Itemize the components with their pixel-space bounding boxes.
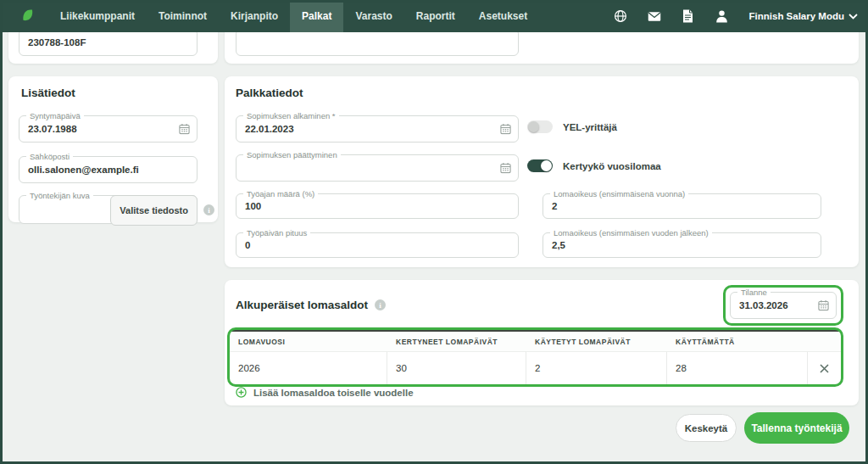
account-switcher[interactable]: Finnish Salary Modu bbox=[749, 11, 858, 21]
col-header-kaytetyt: KÄYTETYT LOMAPÄIVÄT bbox=[526, 338, 667, 346]
nav-item-varasto[interactable]: Varasto bbox=[343, 0, 403, 32]
cell-lomavuosi[interactable]: 2026 bbox=[230, 352, 387, 384]
table-row: 2026 30 2 28 bbox=[230, 351, 841, 385]
mail-icon[interactable] bbox=[648, 9, 661, 23]
calendar-icon[interactable] bbox=[179, 124, 190, 135]
birth-date-label: Syntymäpäivä bbox=[26, 110, 84, 121]
toggle-knob bbox=[541, 160, 552, 171]
holiday-after-first-label: Lomaoikeus (ensimmäisen vuoden jälkeen) bbox=[550, 227, 712, 238]
additional-info-title: Lisätiedot bbox=[21, 87, 75, 99]
contract-end-input[interactable]: Sopimuksen päättyminen bbox=[236, 154, 519, 182]
main-menu: Liikekumppanit Toiminnot Kirjanpito Palk… bbox=[48, 0, 539, 32]
holiday-after-first-input[interactable]: Lomaoikeus (ensimmäisen vuoden jälkeen) … bbox=[542, 232, 821, 258]
close-icon bbox=[820, 364, 829, 373]
vacation-accrual-toggle[interactable] bbox=[527, 159, 553, 172]
holiday-after-first-value: 2,5 bbox=[552, 240, 565, 250]
vacation-balances-title: Alkuperäiset lomasaldot bbox=[236, 299, 368, 311]
choose-file-button[interactable]: Valitse tiedosto bbox=[110, 195, 198, 226]
contract-start-value: 22.01.2023 bbox=[245, 124, 294, 134]
top-navbar: Liikekumppanit Toiminnot Kirjanpito Palk… bbox=[0, 0, 868, 32]
yel-toggle[interactable] bbox=[527, 120, 553, 133]
nav-item-liikekumppanit[interactable]: Liikekumppanit bbox=[48, 0, 147, 32]
vacation-accrual-toggle-label: Kertyykö vuosilomaa bbox=[563, 161, 661, 171]
user-icon[interactable] bbox=[715, 9, 729, 23]
vacation-balances-card: Alkuperäiset lomasaldot i Tilanne 31.03.… bbox=[225, 280, 859, 405]
navbar-right: Finnish Salary Modu bbox=[614, 9, 858, 23]
contract-end-label: Sopimuksen päättyminen bbox=[243, 149, 341, 160]
salary-details-card: Palkkatiedot Sopimuksen alkaminen * 22.0… bbox=[225, 76, 859, 267]
cell-kertyneet[interactable]: 30 bbox=[387, 352, 526, 384]
birth-date-input[interactable]: Syntymäpäivä 23.07.1988 bbox=[19, 115, 198, 143]
workday-length-label: Työpäivän pituus bbox=[243, 227, 310, 238]
employee-photo-label: Työntekijän kuva bbox=[26, 190, 93, 201]
cell-kaytetyt[interactable]: 2 bbox=[526, 352, 667, 384]
nav-item-raportit[interactable]: Raportit bbox=[404, 0, 467, 32]
plus-circle-icon bbox=[236, 387, 247, 398]
workday-length-value: 0 bbox=[245, 240, 250, 250]
document-icon[interactable] bbox=[682, 9, 695, 23]
truncated-top-input[interactable] bbox=[236, 29, 519, 56]
email-value: olli.salonen@example.fi bbox=[28, 165, 139, 175]
contract-start-input[interactable]: Sopimuksen alkaminen * 22.01.2023 bbox=[236, 115, 519, 143]
tilanne-label: Tilanne bbox=[737, 287, 771, 298]
col-header-kayttamatta: KÄYTTÄMÄTTÄ bbox=[667, 338, 808, 346]
yel-toggle-label: YEL-yrittäjä bbox=[563, 122, 617, 132]
email-input[interactable]: Sähköposti olli.salonen@example.fi bbox=[19, 156, 198, 183]
workday-length-input[interactable]: Työpäivän pituus 0 bbox=[236, 232, 519, 258]
email-label: Sähköposti bbox=[26, 151, 73, 162]
work-time-percent-label: Työajan määrä (%) bbox=[243, 188, 318, 199]
tilanne-date-input[interactable]: Tilanne 31.03.2026 bbox=[730, 292, 837, 319]
chevron-down-icon bbox=[849, 14, 858, 20]
add-balance-link-label: Lisää lomasaldoa toiselle vuodelle bbox=[253, 388, 414, 398]
additional-info-card: Lisätiedot Syntymäpäivä 23.07.1988 Sähkö… bbox=[8, 76, 218, 222]
info-icon[interactable]: i bbox=[375, 299, 386, 310]
col-header-kertyneet: KERTYNEET LOMAPÄIVÄT bbox=[387, 338, 526, 346]
info-icon[interactable]: i bbox=[203, 204, 214, 215]
nav-item-toiminnot[interactable]: Toiminnot bbox=[147, 0, 219, 32]
calendar-icon[interactable] bbox=[818, 300, 829, 311]
work-time-percent-input[interactable]: Työajan määrä (%) 100 bbox=[236, 193, 519, 219]
toggle-knob bbox=[528, 121, 539, 132]
tilanne-value: 31.03.2026 bbox=[739, 300, 788, 310]
cancel-button[interactable]: Keskeytä bbox=[676, 414, 737, 442]
delete-row-button[interactable] bbox=[808, 352, 841, 384]
table-header-row: LOMAVUOSI KERTYNEET LOMAPÄIVÄT KÄYTETYT … bbox=[230, 332, 841, 351]
personal-id-input[interactable]: 230788-108F bbox=[19, 29, 198, 56]
holiday-first-year-input[interactable]: Lomaoikeus (ensimmäisenä vuonna) 2 bbox=[542, 193, 821, 219]
holiday-first-year-label: Lomaoikeus (ensimmäisenä vuonna) bbox=[550, 188, 688, 199]
nav-item-asetukset[interactable]: Asetukset bbox=[467, 0, 539, 32]
add-balance-link[interactable]: Lisää lomasaldoa toiselle vuodelle bbox=[236, 387, 414, 398]
vacation-balance-table: LOMAVUOSI KERTYNEET LOMAPÄIVÄT KÄYTETYT … bbox=[230, 330, 841, 385]
salary-details-title: Palkkatiedot bbox=[236, 87, 303, 99]
col-header-lomavuosi: LOMAVUOSI bbox=[230, 338, 387, 346]
cell-kayttamatta[interactable]: 28 bbox=[667, 352, 808, 384]
yel-toggle-row[interactable]: YEL-yrittäjä bbox=[527, 120, 617, 133]
employee-photo-field: Työntekijän kuva Valitse tiedosto bbox=[19, 195, 198, 224]
personal-id-value: 230788-108F bbox=[28, 37, 86, 48]
nav-item-kirjanpito[interactable]: Kirjanpito bbox=[219, 0, 290, 32]
calendar-icon[interactable] bbox=[500, 163, 511, 174]
account-label: Finnish Salary Modu bbox=[749, 11, 844, 21]
holiday-first-year-value: 2 bbox=[552, 201, 557, 211]
contract-start-label: Sopimuksen alkaminen * bbox=[243, 110, 339, 121]
calendar-icon[interactable] bbox=[500, 124, 511, 135]
nav-item-palkat-active[interactable]: Palkat bbox=[290, 0, 343, 32]
globe-icon[interactable] bbox=[614, 9, 627, 23]
work-time-percent-value: 100 bbox=[245, 201, 261, 211]
birth-date-value: 23.07.1988 bbox=[28, 124, 77, 134]
vacation-accrual-toggle-row[interactable]: Kertyykö vuosilomaa bbox=[527, 159, 661, 172]
payroll-employee-page: Liikekumppanit Toiminnot Kirjanpito Palk… bbox=[0, 0, 868, 464]
app-logo-leaf-icon[interactable] bbox=[20, 8, 35, 25]
save-employee-button[interactable]: Tallenna työntekijä bbox=[744, 412, 849, 444]
